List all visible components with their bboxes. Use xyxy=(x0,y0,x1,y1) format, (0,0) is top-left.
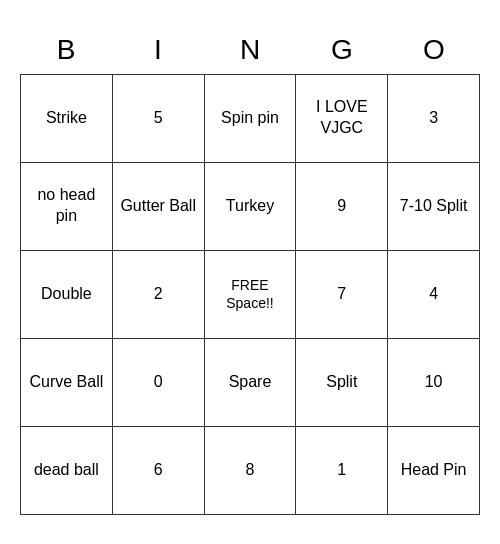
cell-three: 3 xyxy=(388,75,480,163)
cell-seven: 7 xyxy=(296,251,388,339)
header-letter-n: N xyxy=(204,30,296,74)
cell-spare: Spare xyxy=(205,339,297,427)
header-letter-o: O xyxy=(388,30,480,74)
cell-two: 2 xyxy=(113,251,205,339)
cell-one: 1 xyxy=(296,427,388,515)
cell-four: 4 xyxy=(388,251,480,339)
cell-strike: Strike xyxy=(21,75,113,163)
cell-eight: 8 xyxy=(205,427,297,515)
cell-curve-ball: Curve Ball xyxy=(21,339,113,427)
bingo-card: BINGO Strike5Spin pinI LOVE VJGC3no head… xyxy=(20,30,480,515)
cell-gutter-ball: Gutter Ball xyxy=(113,163,205,251)
header-letter-b: B xyxy=(20,30,112,74)
header-letter-g: G xyxy=(296,30,388,74)
cell-split: Split xyxy=(296,339,388,427)
cell-seven-ten-split: 7-10 Split xyxy=(388,163,480,251)
cell-free-space: FREE Space!! xyxy=(205,251,297,339)
cell-i-love-vjgc: I LOVE VJGC xyxy=(296,75,388,163)
cell-spin-pin: Spin pin xyxy=(205,75,297,163)
cell-double: Double xyxy=(21,251,113,339)
header-letter-i: I xyxy=(112,30,204,74)
cell-five: 5 xyxy=(113,75,205,163)
bingo-grid: Strike5Spin pinI LOVE VJGC3no head pinGu… xyxy=(20,74,480,515)
cell-six: 6 xyxy=(113,427,205,515)
cell-head-pin: Head Pin xyxy=(388,427,480,515)
cell-nine: 9 xyxy=(296,163,388,251)
cell-zero: 0 xyxy=(113,339,205,427)
bingo-header: BINGO xyxy=(20,30,480,74)
cell-ten: 10 xyxy=(388,339,480,427)
cell-dead-ball: dead ball xyxy=(21,427,113,515)
cell-no-head-pin: no head pin xyxy=(21,163,113,251)
cell-turkey: Turkey xyxy=(205,163,297,251)
